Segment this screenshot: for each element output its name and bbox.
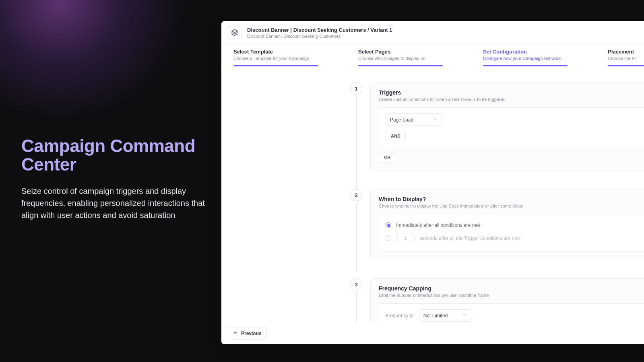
triggers-sub: Create custom conditions for when a Use …	[379, 97, 644, 102]
trigger-event-select[interactable]: Page Load	[386, 113, 442, 126]
freq-sub: Limit the number of interactions per use…	[379, 293, 644, 298]
breadcrumb: Discount Banner / Discount Seeking Custo…	[247, 34, 392, 39]
svg-marker-0	[232, 30, 238, 33]
select-value: Not Limited	[423, 313, 448, 319]
config-body: 1 Triggers Create custom conditions for …	[221, 66, 644, 336]
app-header: Discount Banner | Discount Seeking Custo…	[221, 21, 644, 43]
layers-icon	[228, 26, 242, 39]
step-title: Select Template	[233, 49, 318, 55]
step-sub: Configure how your Campaign will work	[483, 56, 568, 61]
marketing-subcopy: Seize control of campaign triggers and d…	[21, 185, 206, 221]
radio-icon	[386, 222, 391, 228]
button-label: Previous	[241, 331, 262, 336]
step-title: Set Configuration	[483, 49, 568, 55]
page-title: Discount Banner | Discount Seeking Custo…	[247, 27, 392, 33]
freq-title: Frequency Capping	[379, 285, 644, 292]
frequency-select[interactable]: Not Limited	[419, 309, 471, 322]
display-delay-option[interactable]: seconds after all the Trigger conditions…	[386, 230, 644, 246]
step-sub: Choose a Template for your Campaign	[233, 56, 318, 61]
step-title: Select Pages	[358, 49, 443, 55]
previous-button[interactable]: Previous	[228, 327, 267, 339]
step-placement[interactable]: Placement Choose the Pl	[608, 49, 644, 66]
step-title: Placement	[608, 49, 644, 55]
arrow-left-icon	[233, 330, 238, 336]
display-immediate-option[interactable]: Immediately after all conditions are met	[386, 220, 644, 230]
step-sub: Choose the Pl	[608, 56, 644, 61]
option-label: Immediately after all conditions are met	[396, 222, 480, 228]
marketing-headline: Campaign Command Center	[21, 137, 206, 174]
step-sub: Choose which pages to display on	[358, 56, 443, 61]
step-number-3: 3	[350, 278, 362, 290]
radio-icon	[386, 235, 391, 241]
step-number-1: 1	[350, 82, 362, 95]
step-number-2: 2	[350, 189, 362, 201]
background-glow	[0, 0, 185, 121]
or-condition-button[interactable]: OR	[379, 152, 396, 162]
footer-bar: Previous	[221, 322, 644, 344]
delay-seconds-input[interactable]	[396, 233, 415, 243]
triggers-title: Triggers	[379, 89, 644, 96]
connector-line	[356, 203, 357, 271]
select-value: Page Load	[390, 117, 413, 123]
section-when-to-display: 2 When to Display? Choose whether to dis…	[221, 189, 644, 260]
and-condition-button[interactable]: AND	[386, 131, 406, 141]
frequency-label: Frequency is	[386, 313, 413, 319]
option-label: seconds after all the Trigger conditions…	[419, 235, 520, 241]
when-title: When to Display?	[379, 196, 644, 202]
marketing-copy: Campaign Command Center Seize control of…	[21, 137, 206, 221]
step-select-template[interactable]: Select Template Choose a Template for yo…	[233, 49, 318, 66]
step-set-configuration[interactable]: Set Configuration Configure how your Cam…	[483, 49, 568, 66]
section-triggers: 1 Triggers Create custom conditions for …	[221, 82, 644, 171]
app-panel: Discount Banner | Discount Seeking Custo…	[221, 21, 644, 344]
step-select-pages[interactable]: Select Pages Choose which pages to displ…	[358, 49, 443, 66]
connector-line	[356, 96, 357, 189]
stepper: Select Template Choose a Template for yo…	[221, 43, 644, 66]
when-sub: Choose whether to display the Use Case i…	[379, 204, 644, 208]
chevron-down-icon	[462, 313, 467, 319]
chevron-down-icon	[433, 117, 438, 123]
